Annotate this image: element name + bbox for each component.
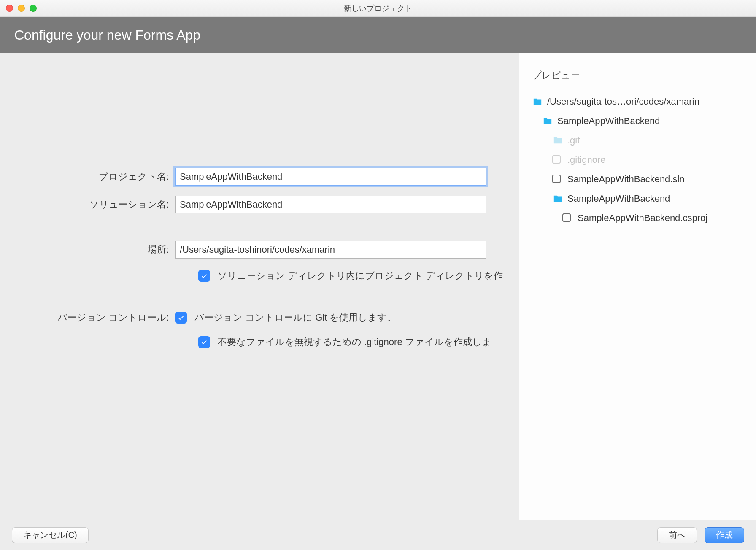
create-dir-checkbox[interactable]	[198, 270, 210, 282]
gitignore-label: 不要なファイルを無視するための .gitignore ファイルを作成しま	[218, 336, 491, 348]
tree-project-folder: SampleAppWithBackend	[532, 189, 743, 208]
version-control-label: バージョン コントロール:	[21, 311, 175, 324]
use-git-checkbox[interactable]	[175, 312, 187, 324]
solution-name-input[interactable]	[175, 196, 486, 213]
titlebar: 新しいプロジェクト	[0, 0, 756, 17]
file-icon	[552, 175, 563, 184]
footer: キャンセル(C) 前へ 作成	[0, 520, 756, 550]
file-icon	[562, 213, 573, 223]
minimize-icon[interactable]	[18, 5, 25, 12]
tree-sln-file: SampleAppWithBackend.sln	[532, 170, 743, 189]
divider	[21, 227, 498, 227]
project-name-input[interactable]	[175, 168, 486, 186]
banner-title: Configure your new Forms App	[14, 27, 200, 43]
project-name-label: プロジェクト名:	[21, 170, 175, 183]
tree-label: .git	[567, 135, 580, 146]
window-title: 新しいプロジェクト	[0, 3, 756, 13]
tree-label: SampleAppWithBackend.csproj	[578, 213, 707, 224]
preview-tree: /Users/sugita-tos…ori/codes/xamarin Samp…	[532, 92, 743, 228]
tree-label: .gitignore	[567, 154, 606, 165]
folder-icon	[532, 97, 543, 106]
check-icon	[177, 314, 185, 321]
row-location: 場所:	[21, 236, 515, 264]
create-dir-label: ソリューション ディレクトリ内にプロジェクト ディレクトリを作	[218, 270, 503, 282]
tree-label: SampleAppWithBackend	[557, 116, 660, 127]
tree-git-folder: .git	[532, 131, 743, 150]
row-create-dir: ソリューション ディレクトリ内にプロジェクト ディレクトリを作	[21, 264, 515, 288]
preview-pane: プレビュー /Users/sugita-tos…ori/codes/xamari…	[519, 53, 756, 520]
banner: Configure your new Forms App	[0, 17, 756, 53]
folder-icon	[542, 116, 553, 126]
check-icon	[200, 272, 208, 280]
create-button[interactable]: 作成	[705, 527, 744, 543]
zoom-icon[interactable]	[30, 5, 37, 12]
close-icon[interactable]	[6, 5, 13, 12]
tree-gitignore-file: .gitignore	[532, 150, 743, 170]
folder-icon	[552, 136, 563, 145]
row-gitignore: 不要なファイルを無視するための .gitignore ファイルを作成しま	[21, 330, 515, 354]
check-icon	[200, 338, 208, 346]
tree-solution-folder: SampleAppWithBackend	[532, 111, 743, 131]
content: プロジェクト名: ソリューション名: 場所: ソリューション ディレクトリ内にプ…	[0, 53, 756, 520]
file-icon	[552, 155, 563, 164]
tree-root: /Users/sugita-tos…ori/codes/xamarin	[532, 92, 743, 111]
gitignore-checkbox[interactable]	[198, 336, 210, 348]
row-project-name: プロジェクト名:	[21, 163, 515, 191]
location-label: 場所:	[21, 243, 175, 256]
form-pane: プロジェクト名: ソリューション名: 場所: ソリューション ディレクトリ内にプ…	[0, 53, 519, 520]
tree-label: SampleAppWithBackend	[567, 193, 670, 204]
back-button[interactable]: 前へ	[657, 527, 697, 543]
tree-label: /Users/sugita-tos…ori/codes/xamarin	[547, 96, 699, 107]
folder-icon	[552, 194, 563, 203]
use-git-label: バージョン コントロールに Git を使用します。	[194, 311, 396, 324]
solution-name-label: ソリューション名:	[21, 198, 175, 211]
preview-title: プレビュー	[532, 69, 743, 82]
cancel-button[interactable]: キャンセル(C)	[12, 527, 89, 543]
window-controls	[6, 5, 37, 12]
tree-label: SampleAppWithBackend.sln	[567, 174, 685, 185]
row-version-control: バージョン コントロール: バージョン コントロールに Git を使用します。	[21, 305, 515, 330]
location-input[interactable]	[175, 241, 486, 259]
tree-csproj-file: SampleAppWithBackend.csproj	[532, 208, 743, 228]
divider	[21, 297, 498, 297]
row-solution-name: ソリューション名:	[21, 191, 515, 218]
